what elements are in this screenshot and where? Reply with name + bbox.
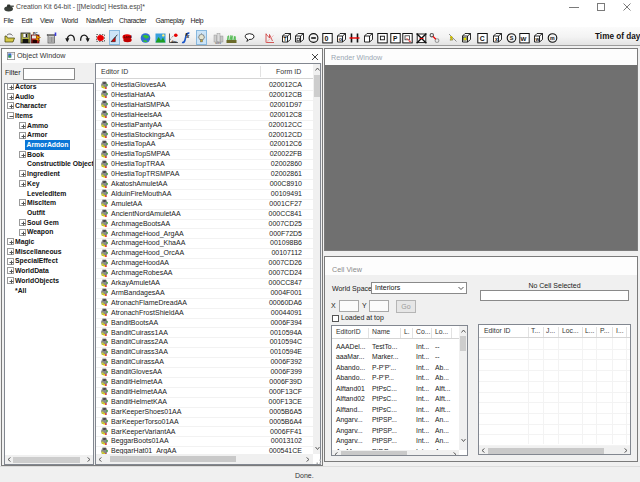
- svg-text:w: w: [534, 36, 539, 42]
- svg-text:m: m: [550, 35, 555, 41]
- svg-text:S: S: [510, 35, 514, 41]
- svg-text:0: 0: [325, 35, 329, 42]
- svg-text:C: C: [480, 35, 485, 42]
- svg-text:W: W: [521, 35, 527, 42]
- svg-text:x: x: [495, 36, 498, 42]
- svg-text:city: city: [215, 40, 221, 44]
- svg-text:dec: dec: [171, 40, 177, 44]
- svg-text:PC: PC: [33, 32, 38, 36]
- svg-text:T: T: [284, 36, 287, 42]
- svg-text:P: P: [393, 35, 398, 42]
- svg-text:Land: Land: [123, 35, 131, 39]
- svg-text:F: F: [186, 32, 189, 37]
